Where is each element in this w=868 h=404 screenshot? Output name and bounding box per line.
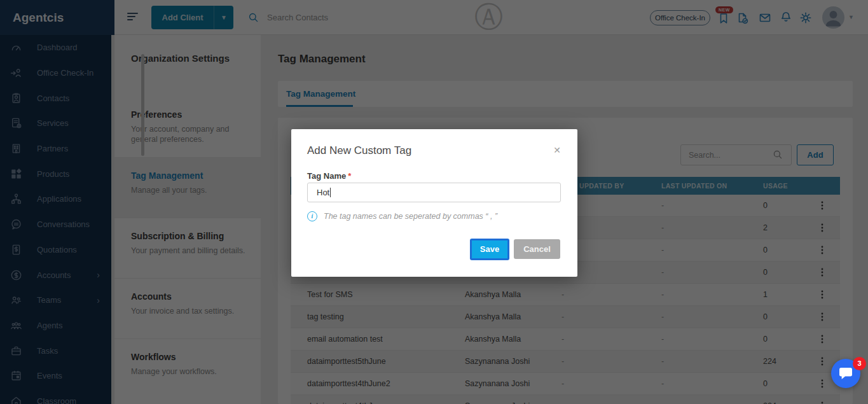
tag-name-label-text: Tag Name: [307, 171, 346, 181]
tag-name-field[interactable]: Hot: [307, 183, 561, 202]
modal-info-text: The tag names can be seperated by commas…: [324, 212, 497, 221]
add-custom-tag-modal: Add New Custom Tag ✕ Tag Name* Hot i The…: [291, 129, 577, 277]
tag-name-value: Hot: [317, 188, 329, 197]
modal-title: Add New Custom Tag: [307, 144, 411, 157]
tag-name-label: Tag Name*: [307, 171, 351, 181]
text-caret: [330, 188, 331, 197]
chat-bubble-icon: [839, 367, 853, 380]
chat-unread-badge: 3: [853, 357, 866, 370]
required-asterisk: *: [348, 171, 351, 181]
cancel-button[interactable]: Cancel: [514, 239, 560, 259]
modal-info-row: i The tag names can be seperated by comm…: [307, 211, 497, 221]
close-icon[interactable]: ✕: [553, 145, 561, 155]
save-button[interactable]: Save: [470, 239, 509, 260]
info-icon: i: [307, 211, 317, 221]
app-window: DashboardOffice Check-InContactsServices…: [0, 0, 868, 404]
